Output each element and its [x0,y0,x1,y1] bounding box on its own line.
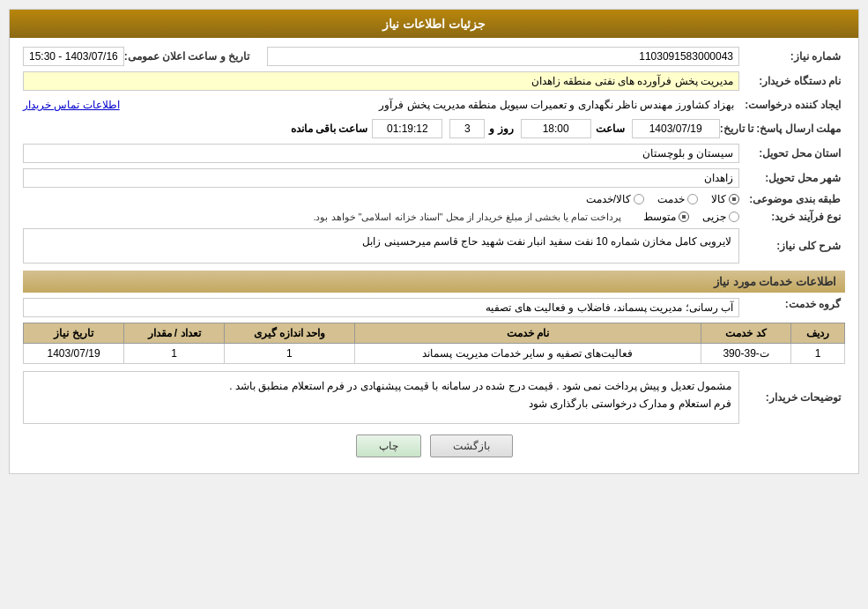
process-type-label: نوع فرآیند خرید: [739,211,845,223]
category-radio-group: کالا خدمت کالا/خدمت [586,193,739,205]
buyer-notes-row: توضیحات خریدار: مشمول تعدیل و پیش پرداخت… [23,371,845,424]
province-label: استان محل تحویل: [739,147,845,160]
services-section-header: اطلاعات خدمات مورد نیاز [23,271,845,293]
city-value: زاهدان [23,168,739,188]
category-khedmat-label: خدمت [657,193,685,205]
category-option-khedmat[interactable]: خدمت [657,193,698,205]
process-option-motavaset[interactable]: متوسط [643,211,689,223]
table-row: 1 ت-39-390 فعالیت‌های تصفیه و سایر خدمات… [24,344,845,364]
radio-kala-khedmat-icon [634,194,644,204]
cell-unit: 1 [225,344,355,364]
creator-row: ایجاد کننده درخواست: بهزاد کشاورز مهندس … [23,96,845,114]
category-row: طبقه بندی موضوعی: کالا خدمت کالا/خدمت [23,193,845,205]
main-container: جزئیات اطلاعات نیاز شماره نیاز: 11030915… [9,9,859,474]
response-date: 1403/07/19 [632,119,720,138]
response-days-label: روز و [489,123,513,135]
cell-quantity: 1 [124,344,225,364]
content-area: شماره نیاز: 1103091583000043 تاریخ و ساع… [10,38,858,473]
announce-date-value: 1403/07/16 - 15:30 [23,47,124,66]
description-value: لایروبی کامل مخازن شماره 10 نفت سفید انب… [23,228,739,264]
creator-label: ایجاد کننده درخواست: [739,99,845,111]
process-note: پرداخت تمام یا بخشی از مبلغ خریدار از مح… [313,212,621,223]
cell-row-num: 1 [791,344,845,364]
table-header-row: ردیف کد خدمت نام خدمت واحد اندازه گیری ت… [24,323,845,344]
province-row: استان محل تحویل: سیستان و بلوچستان [23,144,845,163]
description-label: شرح کلی نیاز: [739,240,845,252]
city-row: شهر محل تحویل: زاهدان [23,168,845,188]
buyer-name-label: نام دستگاه خریدار: [739,75,845,87]
header-title: جزئیات اطلاعات نیاز [382,17,486,31]
city-label: شهر محل تحویل: [739,172,845,184]
col-service-name: نام خدمت [354,323,701,344]
category-label: طبقه بندی موضوعی: [739,193,845,205]
response-remaining: 01:19:12 [372,119,442,138]
back-button[interactable]: بازگشت [430,434,513,457]
process-option-jozii[interactable]: جزیی [702,211,739,223]
page-header: جزئیات اطلاعات نیاز [10,10,858,38]
buyer-name-value: مدیریت پخش فرآورده های نفتی منطقه زاهدان [23,71,739,91]
response-time: 18:00 [521,119,591,138]
announce-date-label: تاریخ و ساعت اعلان عمومی: [124,50,254,63]
need-number-value: 1103091583000043 [267,47,739,66]
cell-service-name: فعالیت‌های تصفیه و سایر خدمات مدیریت پسم… [354,344,701,364]
col-service-code: کد خدمت [701,323,791,344]
response-days: 3 [449,119,485,138]
category-kala-khedmat-label: کالا/خدمت [586,193,631,205]
process-type-row: نوع فرآیند خرید: جزیی متوسط پرداخت تمام … [23,211,845,223]
province-value: سیستان و بلوچستان [23,144,739,163]
category-kala-label: کالا [711,193,726,205]
service-group-value: آب رسانی؛ مدیریت پسماند، فاضلاب و فعالیت… [23,298,739,317]
response-time-label: ساعت [596,123,625,135]
category-option-kala-khedmat[interactable]: کالا/خدمت [586,193,644,205]
buyer-notes-value: مشمول تعدیل و پیش پرداخت نمی شود . قیمت … [23,371,739,424]
process-jozii-label: جزیی [702,211,726,223]
services-table: ردیف کد خدمت نام خدمت واحد اندازه گیری ت… [23,323,845,364]
service-group-label: گروه خدمت: [739,298,845,310]
radio-kala-icon [729,194,739,204]
radio-khedmat-icon [687,194,698,204]
cell-service-code: ت-39-390 [701,344,791,364]
col-quantity: تعداد / مقدار [124,323,225,344]
response-deadline-row: مهلت ارسال پاسخ: تا تاریخ: 1403/07/19 سا… [23,119,845,138]
contact-link[interactable]: اطلاعات تماس خریدار [23,99,120,111]
response-deadline-label: مهلت ارسال پاسخ: تا تاریخ: [720,123,845,135]
col-row-num: ردیف [791,323,845,344]
buyer-notes-label: توضیحات خریدار: [739,391,845,404]
action-buttons-row: بازگشت چاپ [23,434,845,457]
print-button[interactable]: چاپ [356,434,421,457]
need-number-row: شماره نیاز: 1103091583000043 تاریخ و ساع… [23,47,845,66]
col-date: تاریخ نیاز [24,323,124,344]
need-number-label: شماره نیاز: [739,50,845,63]
response-remaining-label: ساعت باقی مانده [291,123,368,135]
service-group-row: گروه خدمت: آب رسانی؛ مدیریت پسماند، فاضل… [23,298,845,317]
creator-value: بهزاد کشاورز مهندس ناظر نگهداری و تعمیرا… [120,96,739,114]
cell-date: 1403/07/19 [24,344,124,364]
process-motavaset-label: متوسط [643,211,676,223]
radio-motavaset-icon [679,212,689,222]
col-unit: واحد اندازه گیری [225,323,355,344]
process-radio-group: جزیی متوسط [643,211,739,223]
radio-jozii-icon [729,212,739,222]
category-option-kala[interactable]: کالا [711,193,739,205]
description-row: شرح کلی نیاز: لایروبی کامل مخازن شماره 1… [23,228,845,264]
buyer-name-row: نام دستگاه خریدار: مدیریت پخش فرآورده ها… [23,71,845,91]
